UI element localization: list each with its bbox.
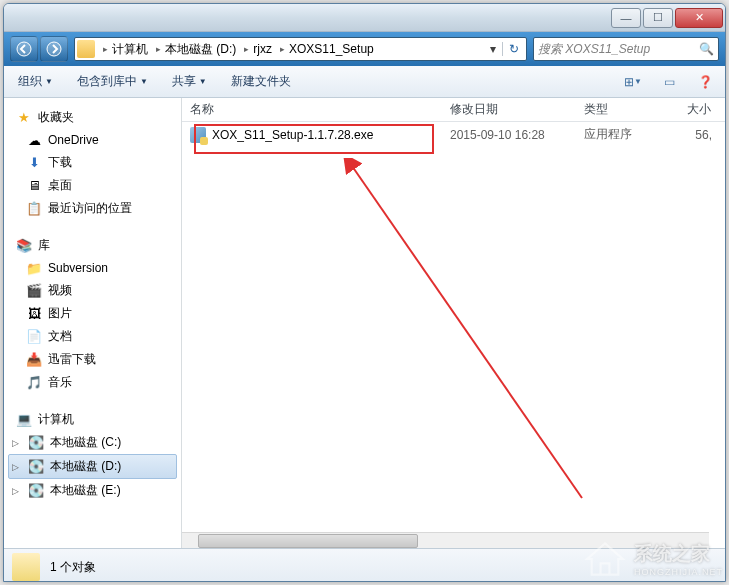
sidebar-item-downloads[interactable]: ⬇下载: [4, 151, 181, 174]
favorites-group: ★收藏夹 ☁OneDrive ⬇下载 🖥桌面 📋最近访问的位置: [4, 106, 181, 220]
breadcrumb-label: rjxz: [253, 42, 272, 56]
view-options-button[interactable]: ⊞ ▼: [621, 71, 645, 93]
chevron-right-icon: ▸: [103, 44, 108, 54]
toolbar: 组织▼ 包含到库中▼ 共享▼ 新建文件夹 ⊞ ▼ ▭ ❓: [4, 66, 725, 98]
column-date[interactable]: 修改日期: [442, 101, 576, 118]
favorites-header[interactable]: ★收藏夹: [4, 106, 181, 129]
tree-label: 收藏夹: [38, 109, 74, 126]
titlebar[interactable]: — ☐ ✕: [4, 4, 725, 32]
document-icon: 📄: [26, 329, 42, 345]
column-type[interactable]: 类型: [576, 101, 670, 118]
file-size-cell: 56,: [670, 128, 720, 142]
breadcrumb-item[interactable]: ▸计算机: [99, 41, 152, 58]
sidebar-item-drive-d[interactable]: ▷💽本地磁盘 (D:): [8, 454, 177, 479]
expand-icon[interactable]: ▷: [12, 486, 22, 496]
chevron-right-icon: ▸: [156, 44, 161, 54]
file-row[interactable]: XOX_S11_Setup-1.1.7.28.exe 2015-09-10 16…: [182, 122, 725, 147]
tree-label: 计算机: [38, 411, 74, 428]
file-name: XOX_S11_Setup-1.1.7.28.exe: [212, 128, 373, 142]
maximize-button[interactable]: ☐: [643, 8, 673, 28]
tree-label: 视频: [48, 282, 72, 299]
new-folder-button[interactable]: 新建文件夹: [225, 70, 297, 93]
tree-label: 迅雷下载: [48, 351, 96, 368]
tree-label: 桌面: [48, 177, 72, 194]
breadcrumb-item[interactable]: ▸rjxz: [240, 42, 276, 56]
chevron-right-icon: ▸: [244, 44, 249, 54]
svg-point-0: [17, 42, 31, 56]
breadcrumb-item[interactable]: ▸本地磁盘 (D:): [152, 41, 240, 58]
sidebar-item-drive-e[interactable]: ▷💽本地磁盘 (E:): [4, 479, 181, 502]
svg-point-1: [47, 42, 61, 56]
tree-label: 库: [38, 237, 50, 254]
back-button[interactable]: [10, 36, 38, 62]
sidebar-item-pictures[interactable]: 🖼图片: [4, 302, 181, 325]
refresh-button[interactable]: ↻: [502, 42, 524, 56]
chevron-down-icon: ▼: [45, 77, 53, 86]
computer-group: 💻计算机 ▷💽本地磁盘 (C:) ▷💽本地磁盘 (D:) ▷💽本地磁盘 (E:): [4, 408, 181, 502]
tree-label: 下载: [48, 154, 72, 171]
sidebar-item-desktop[interactable]: 🖥桌面: [4, 174, 181, 197]
organize-menu[interactable]: 组织▼: [12, 70, 59, 93]
column-size[interactable]: 大小: [670, 101, 720, 118]
address-bar[interactable]: ▸计算机 ▸本地磁盘 (D:) ▸rjxz ▸XOXS11_Setup ▾ ↻: [74, 37, 527, 61]
download-icon: 📥: [26, 352, 42, 368]
minimize-button[interactable]: —: [611, 8, 641, 28]
toolbar-label: 共享: [172, 73, 196, 90]
column-name[interactable]: 名称: [182, 101, 442, 118]
help-button[interactable]: ❓: [693, 71, 717, 93]
address-dropdown[interactable]: ▾: [484, 42, 502, 56]
breadcrumb-label: 计算机: [112, 41, 148, 58]
search-placeholder: 搜索 XOXS11_Setup: [538, 41, 650, 58]
expand-icon[interactable]: ▷: [12, 438, 22, 448]
library-icon: 📚: [16, 238, 32, 254]
folder-icon: [77, 40, 95, 58]
window-buttons: — ☐ ✕: [611, 8, 723, 28]
preview-pane-button[interactable]: ▭: [657, 71, 681, 93]
picture-icon: 🖼: [26, 306, 42, 322]
statusbar: 1 个对象: [4, 548, 725, 582]
computer-header[interactable]: 💻计算机: [4, 408, 181, 431]
computer-icon: 💻: [16, 412, 32, 428]
breadcrumb-item[interactable]: ▸XOXS11_Setup: [276, 42, 378, 56]
forward-button[interactable]: [40, 36, 68, 62]
download-icon: ⬇: [26, 155, 42, 171]
search-input[interactable]: 搜索 XOXS11_Setup 🔍: [533, 37, 719, 61]
sidebar-item-onedrive[interactable]: ☁OneDrive: [4, 129, 181, 151]
libraries-header[interactable]: 📚库: [4, 234, 181, 257]
sidebar-item-subversion[interactable]: 📁Subversion: [4, 257, 181, 279]
tree-label: Subversion: [48, 261, 108, 275]
tree-label: 本地磁盘 (C:): [50, 434, 121, 451]
column-headers: 名称 修改日期 类型 大小: [182, 98, 725, 122]
drive-icon: 💽: [28, 435, 44, 451]
breadcrumb-label: XOXS11_Setup: [289, 42, 374, 56]
folder-icon: 📁: [26, 260, 42, 276]
tree-label: OneDrive: [48, 133, 99, 147]
toolbar-label: 包含到库中: [77, 73, 137, 90]
body: ★收藏夹 ☁OneDrive ⬇下载 🖥桌面 📋最近访问的位置 📚库 📁Subv…: [4, 98, 725, 548]
sidebar-item-videos[interactable]: 🎬视频: [4, 279, 181, 302]
expand-icon[interactable]: ▷: [12, 462, 22, 472]
sidebar-item-drive-c[interactable]: ▷💽本地磁盘 (C:): [4, 431, 181, 454]
tree-label: 本地磁盘 (D:): [50, 458, 121, 475]
toolbar-label: 新建文件夹: [231, 73, 291, 90]
annotation-arrow: [342, 158, 602, 518]
star-icon: ★: [16, 110, 32, 126]
navbar: ▸计算机 ▸本地磁盘 (D:) ▸rjxz ▸XOXS11_Setup ▾ ↻ …: [4, 32, 725, 66]
scrollbar-thumb[interactable]: [198, 534, 418, 548]
horizontal-scrollbar[interactable]: [182, 532, 709, 548]
share-menu[interactable]: 共享▼: [166, 70, 213, 93]
sidebar-item-music[interactable]: 🎵音乐: [4, 371, 181, 394]
breadcrumb-label: 本地磁盘 (D:): [165, 41, 236, 58]
sidebar-item-xunlei[interactable]: 📥迅雷下载: [4, 348, 181, 371]
status-text: 1 个对象: [50, 559, 96, 576]
video-icon: 🎬: [26, 283, 42, 299]
file-list: 名称 修改日期 类型 大小 XOX_S11_Setup-1.1.7.28.exe…: [182, 98, 725, 548]
sidebar-item-recent[interactable]: 📋最近访问的位置: [4, 197, 181, 220]
sidebar: ★收藏夹 ☁OneDrive ⬇下载 🖥桌面 📋最近访问的位置 📚库 📁Subv…: [4, 98, 182, 548]
include-library-menu[interactable]: 包含到库中▼: [71, 70, 154, 93]
sidebar-item-documents[interactable]: 📄文档: [4, 325, 181, 348]
chevron-down-icon: ▼: [199, 77, 207, 86]
drive-icon: 💽: [28, 459, 44, 475]
chevron-down-icon: ▼: [140, 77, 148, 86]
close-button[interactable]: ✕: [675, 8, 723, 28]
